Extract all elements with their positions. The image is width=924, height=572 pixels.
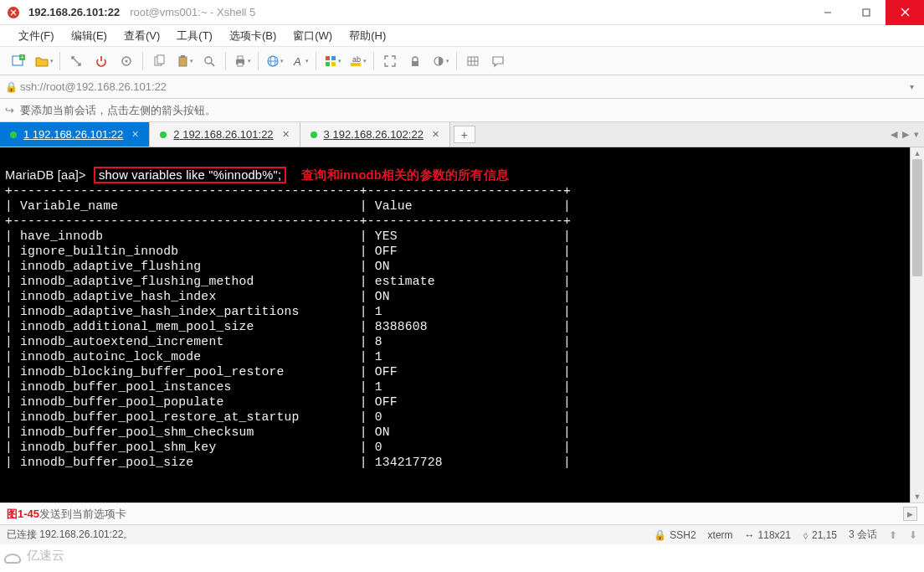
- scroll-thumb[interactable]: [912, 159, 922, 276]
- tab-next-icon[interactable]: ▶: [902, 129, 909, 140]
- status-term: xterm: [708, 529, 733, 541]
- keypad-icon[interactable]: [461, 49, 485, 73]
- lock-icon[interactable]: [403, 49, 427, 73]
- window-subtitle: root@vms001:~ - Xshell 5: [130, 6, 255, 18]
- tab-nav: ◀ ▶ ▾: [886, 122, 924, 147]
- svg-point-14: [205, 57, 212, 64]
- hint-bar: ↪ 要添加当前会话，点击左侧的箭头按钮。: [0, 99, 924, 122]
- scroll-down-icon[interactable]: ▼: [911, 491, 924, 502]
- svg-rect-11: [157, 55, 164, 64]
- tab-close-icon[interactable]: ✕: [280, 129, 291, 140]
- svg-rect-13: [181, 55, 185, 58]
- toolbar-separator: [225, 52, 226, 70]
- svg-text:亿速云: 亿速云: [26, 548, 64, 562]
- new-tab-button[interactable]: +: [454, 126, 475, 143]
- hint-text: 要添加当前会话，点击左侧的箭头按钮。: [20, 103, 216, 118]
- open-icon[interactable]: ▾: [32, 49, 55, 73]
- disconnect-icon[interactable]: [90, 49, 113, 73]
- status-up-icon[interactable]: ⬆: [889, 529, 897, 541]
- scroll-right-icon[interactable]: ▶: [903, 507, 917, 521]
- close-button[interactable]: [886, 0, 924, 25]
- font-icon[interactable]: A▾: [288, 49, 311, 73]
- watermark: 亿速云: [0, 544, 924, 566]
- status-size: ↔ 118x21: [745, 529, 791, 541]
- svg-text:+: +: [20, 54, 23, 59]
- tab-close-icon[interactable]: ✕: [430, 129, 441, 140]
- paste-icon[interactable]: ▾: [172, 49, 196, 73]
- highlight-icon[interactable]: ab▾: [346, 49, 369, 73]
- svg-text:A: A: [293, 55, 301, 68]
- toolbar-separator: [456, 52, 457, 70]
- menu-view[interactable]: 查看(V): [116, 28, 168, 44]
- new-session-icon[interactable]: +: [7, 49, 30, 73]
- svg-rect-2: [863, 9, 870, 16]
- copy-icon[interactable]: [147, 49, 171, 73]
- status-pos: ⎀ 21,15: [803, 529, 837, 541]
- svg-rect-25: [326, 62, 330, 66]
- toolbar-separator: [142, 52, 143, 70]
- session-tab-2[interactable]: 2 192.168.26.101:22 ✕: [150, 122, 300, 147]
- toolbar-separator: [258, 52, 259, 70]
- svg-rect-23: [326, 56, 330, 60]
- address-input[interactable]: ssh://root@192.168.26.101:22: [20, 80, 905, 93]
- fullscreen-icon[interactable]: [378, 49, 402, 73]
- status-down-icon[interactable]: ⬇: [909, 529, 917, 541]
- reconnect-icon[interactable]: [64, 49, 88, 73]
- tab-list-icon[interactable]: ▾: [914, 129, 919, 140]
- properties-icon[interactable]: [115, 49, 138, 73]
- svg-line-15: [211, 63, 214, 66]
- tab-close-icon[interactable]: ✕: [130, 129, 141, 140]
- statusbar: 已连接 192.168.26.101:22。 🔒 SSH2 xterm ↔ 11…: [0, 524, 924, 544]
- svg-rect-24: [331, 56, 336, 60]
- toolbar-separator: [59, 52, 60, 70]
- globe-icon[interactable]: ▾: [263, 49, 286, 73]
- session-tab-1[interactable]: 1 192.168.26.101:22 ✕: [0, 122, 150, 147]
- terminal-area: MariaDB [aa]> show variables like "%inno…: [0, 147, 924, 502]
- bottom-message-bar: 图1-45 发送到当前选项卡 ▶: [0, 502, 924, 524]
- status-dot-icon: [10, 131, 17, 138]
- tab-strip: 1 192.168.26.101:22 ✕ 2 192.168.26.101:2…: [0, 122, 924, 147]
- tab-prev-icon[interactable]: ◀: [891, 129, 897, 140]
- chat-icon[interactable]: [486, 49, 510, 73]
- send-target-text: 发送到当前选项卡: [39, 507, 126, 522]
- menubar: 文件(F) 编辑(E) 查看(V) 工具(T) 选项卡(B) 窗口(W) 帮助(…: [0, 25, 924, 47]
- menu-file[interactable]: 文件(F): [10, 28, 63, 44]
- svg-rect-18: [238, 63, 243, 66]
- maximize-button[interactable]: [847, 0, 886, 25]
- figure-label: 图1-45: [7, 507, 39, 522]
- toolbar: + ▾ ▾ ▾ ▾ A▾ ▾ ab▾ ▾: [0, 47, 924, 75]
- session-tab-3[interactable]: 3 192.168.26.102:22 ✕: [300, 122, 450, 147]
- svg-rect-29: [412, 61, 418, 66]
- transparency-icon[interactable]: ▾: [429, 49, 452, 73]
- menu-tab[interactable]: 选项卡(B): [221, 28, 285, 44]
- hint-arrow-icon[interactable]: ↪: [5, 104, 20, 116]
- svg-rect-26: [331, 62, 336, 66]
- print-icon[interactable]: ▾: [230, 49, 254, 73]
- color-icon[interactable]: ▾: [321, 49, 344, 73]
- svg-rect-17: [238, 56, 243, 59]
- scroll-up-icon[interactable]: ▲: [911, 147, 924, 159]
- status-ssh: 🔒 SSH2: [654, 529, 696, 541]
- minimize-button[interactable]: [808, 0, 847, 25]
- lock-icon: 🔒: [5, 81, 20, 93]
- vertical-scrollbar[interactable]: ▲ ▼: [910, 147, 924, 502]
- svg-rect-12: [179, 57, 187, 66]
- menu-help[interactable]: 帮助(H): [341, 28, 394, 44]
- window-title: 192.168.26.101:22: [28, 6, 120, 18]
- app-logo-icon: [7, 6, 20, 19]
- address-dropdown-icon[interactable]: ▾: [905, 82, 919, 91]
- menu-window[interactable]: 窗口(W): [285, 28, 341, 44]
- toolbar-separator: [373, 52, 374, 70]
- titlebar: 192.168.26.101:22 root@vms001:~ - Xshell…: [0, 0, 924, 25]
- find-icon[interactable]: [198, 49, 221, 73]
- menu-tools[interactable]: 工具(T): [168, 28, 221, 44]
- toolbar-separator: [316, 52, 316, 70]
- svg-text:ab: ab: [352, 55, 361, 64]
- status-connection: 已连接 192.168.26.101:22。: [7, 528, 133, 542]
- address-bar: 🔒 ssh://root@192.168.26.101:22 ▾: [0, 75, 924, 99]
- menu-edit[interactable]: 编辑(E): [63, 28, 116, 44]
- status-dot-icon: [160, 131, 167, 138]
- svg-point-9: [126, 59, 128, 62]
- terminal[interactable]: MariaDB [aa]> show variables like "%inno…: [0, 147, 910, 502]
- status-dot-icon: [311, 131, 317, 138]
